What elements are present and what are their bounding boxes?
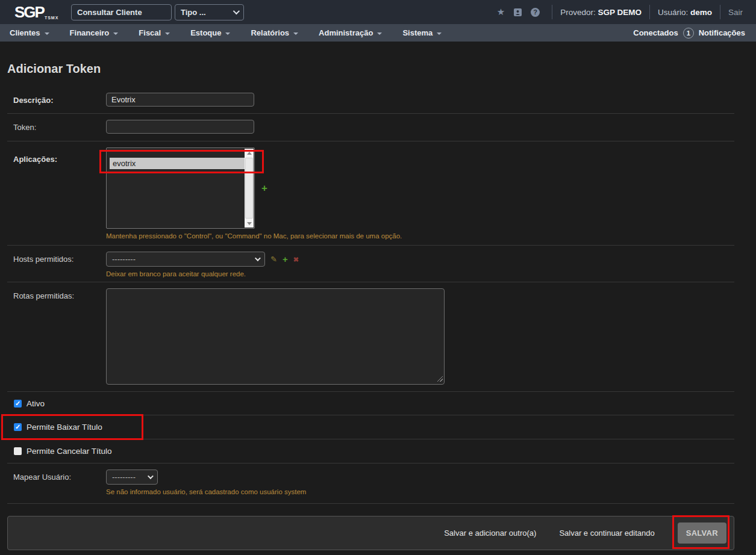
listbox-scrollbar[interactable] — [245, 149, 254, 228]
header-separator — [649, 5, 650, 19]
caret-down-icon — [293, 33, 298, 35]
listbox-option-evotrix[interactable]: evotrix — [110, 158, 245, 169]
connected-count-badge[interactable]: 1 — [683, 28, 694, 39]
caret-down-icon — [45, 33, 49, 35]
hosts-label: Hosts permitidos: — [13, 252, 106, 276]
scrollbar-down-arrow[interactable] — [245, 219, 254, 228]
descricao-input[interactable] — [106, 93, 254, 107]
help-icon-glyph: ? — [531, 8, 540, 17]
user-info: Usuário: demo — [658, 8, 712, 17]
form-row-permite-baixar: Permite Baixar Título — [7, 415, 734, 439]
caret-down-icon — [165, 33, 170, 35]
caret-down-icon — [113, 33, 118, 35]
page-title: Adicionar Token — [7, 62, 734, 76]
star-icon[interactable]: ★ — [497, 7, 505, 17]
top-header-bar: SGPTSMX Tipo ... ★ ? Provedor: SGP DEMO … — [0, 0, 756, 24]
app-logo[interactable]: SGPTSMX — [14, 4, 69, 20]
form-row-descricao: Descrição: — [7, 87, 734, 114]
form-row-mapear: Mapear Usuário: --------- Se não informa… — [7, 464, 734, 504]
form-row-token: Token: — [7, 114, 734, 141]
nav-item-relatorios[interactable]: Relatórios — [251, 28, 298, 37]
header-separator — [720, 5, 720, 19]
notifications-link[interactable]: Notificações — [699, 28, 745, 37]
chevron-down-icon — [233, 8, 240, 14]
logout-link[interactable]: Sair — [728, 8, 743, 17]
mapear-select[interactable]: --------- — [106, 470, 158, 485]
nav-item-financeiro[interactable]: Financeiro — [70, 28, 119, 37]
caret-down-icon — [225, 33, 230, 35]
hosts-select[interactable]: --------- — [106, 252, 265, 267]
form-row-ativo: Ativo — [7, 392, 734, 415]
search-type-select[interactable]: Tipo ... — [175, 4, 244, 20]
scrollbar-thumb[interactable] — [245, 158, 253, 219]
provider-info: Provedor: SGP DEMO — [560, 8, 642, 17]
mapear-label: Mapear Usuário: — [13, 470, 106, 497]
form-row-hosts: Hosts permitidos: --------- ✎ + ✖ Deixar… — [7, 246, 734, 282]
add-application-icon[interactable]: + — [261, 184, 267, 193]
aplicacoes-listbox[interactable]: evotrix + — [106, 147, 255, 229]
header-right-group: ★ ? Provedor: SGP DEMO Usuário: demo Sai… — [493, 5, 743, 19]
permite-baixar-label[interactable]: Permite Baixar Título — [27, 423, 102, 432]
mapear-select-value: --------- — [112, 473, 136, 482]
contact-card-icon-svg — [513, 8, 522, 17]
save-continue-button[interactable]: Salvar e continuar editando — [559, 529, 654, 538]
nav-item-sistema[interactable]: Sistema — [402, 28, 442, 37]
caret-down-icon — [437, 33, 442, 35]
header-separator — [552, 5, 552, 19]
save-add-another-button[interactable]: Salvar e adicionar outro(a) — [444, 529, 536, 538]
nav-item-administracao[interactable]: Administração — [319, 28, 382, 37]
contact-card-icon[interactable] — [513, 8, 522, 17]
save-button[interactable]: SALVAR — [678, 522, 726, 544]
triangle-up-icon — [247, 152, 252, 155]
rotas-label: Rotas permitidas: — [13, 288, 106, 385]
nav-item-clientes[interactable]: Clientes — [10, 28, 49, 37]
descricao-label: Descrição: — [13, 93, 106, 107]
ativo-label[interactable]: Ativo — [27, 399, 45, 408]
search-client-input[interactable] — [71, 4, 172, 20]
aplicacoes-label: Aplicações: — [13, 147, 106, 239]
rotas-textarea[interactable] — [106, 288, 445, 385]
form-row-permite-cancelar: Permite Cancelar Título — [7, 439, 734, 464]
caret-down-icon — [377, 33, 382, 35]
connected-label[interactable]: Conectados — [633, 28, 678, 37]
nav-right-group: Conectados 1 Notificações — [633, 28, 745, 39]
form-row-rotas: Rotas permitidas: — [7, 282, 734, 392]
delete-host-icon[interactable]: ✖ — [293, 255, 299, 264]
form-actions-bar: Salvar e adicionar outro(a) Salvar e con… — [7, 516, 734, 550]
search-type-value: Tipo ... — [181, 8, 206, 17]
add-host-icon[interactable]: + — [283, 255, 288, 264]
mapear-help-text: Se não informado usuário, será cadastrad… — [106, 488, 306, 495]
main-content: Adicionar Token Descrição: Token: Aplica… — [0, 62, 756, 550]
hosts-select-value: --------- — [112, 255, 136, 264]
provider-name: SGP DEMO — [598, 8, 642, 17]
logo-text: SGP — [14, 3, 44, 21]
hosts-help-text: Deixar em branco para aceitar qualquer r… — [106, 270, 299, 278]
permite-cancelar-label[interactable]: Permite Cancelar Título — [27, 447, 112, 456]
nav-item-estoque[interactable]: Estoque — [190, 28, 230, 37]
main-nav-bar: Clientes Financeiro Fiscal Estoque Relat… — [0, 24, 756, 42]
aplicacoes-help-text: Mantenha pressionado o "Control", ou "Co… — [106, 232, 402, 240]
page: SGPTSMX Tipo ... ★ ? Provedor: SGP DEMO … — [0, 0, 756, 555]
token-form: Descrição: Token: Aplicações: evotrix — [7, 87, 734, 504]
token-label: Token: — [13, 120, 106, 135]
nav-item-fiscal[interactable]: Fiscal — [139, 28, 170, 37]
permite-baixar-checkbox[interactable] — [14, 423, 22, 431]
chevron-down-icon — [255, 255, 261, 261]
token-input[interactable] — [106, 120, 254, 134]
ativo-checkbox[interactable] — [14, 400, 22, 408]
triangle-down-icon — [247, 222, 252, 225]
help-icon[interactable]: ? — [531, 8, 540, 17]
logo-subtext: TSMX — [45, 16, 58, 20]
form-row-aplicacoes: Aplicações: evotrix + Mantenha pressiona… — [7, 141, 734, 246]
user-name: demo — [690, 8, 712, 17]
scrollbar-up-arrow[interactable] — [245, 149, 254, 157]
chevron-down-icon — [148, 473, 154, 479]
permite-cancelar-checkbox[interactable] — [14, 447, 22, 455]
edit-host-icon[interactable]: ✎ — [270, 255, 277, 264]
